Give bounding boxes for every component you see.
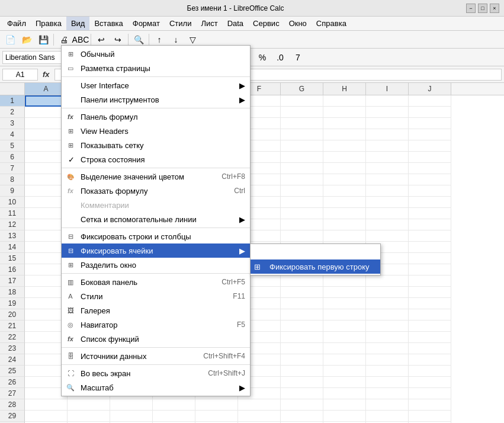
cell[interactable] bbox=[409, 332, 451, 343]
cell[interactable] bbox=[281, 321, 323, 332]
cell[interactable] bbox=[110, 399, 153, 411]
cell[interactable] bbox=[366, 208, 409, 219]
cell[interactable] bbox=[281, 388, 323, 399]
cell[interactable] bbox=[409, 411, 451, 422]
row-header-23[interactable]: 23 bbox=[0, 343, 25, 354]
cell[interactable] bbox=[281, 118, 323, 129]
cell[interactable] bbox=[281, 366, 323, 377]
row-header-6[interactable]: 6 bbox=[0, 152, 25, 163]
cell[interactable] bbox=[323, 354, 366, 366]
col-header-j[interactable]: J bbox=[409, 83, 451, 95]
cell[interactable] bbox=[281, 208, 323, 219]
cell[interactable] bbox=[366, 275, 409, 287]
cell[interactable] bbox=[366, 343, 409, 354]
cell[interactable] bbox=[366, 118, 409, 129]
cell[interactable] bbox=[281, 129, 323, 140]
menu-view[interactable]: Вид bbox=[66, 17, 90, 30]
cell[interactable] bbox=[409, 129, 451, 140]
col-header-g[interactable]: G bbox=[281, 83, 323, 95]
cell[interactable] bbox=[323, 388, 366, 399]
cell[interactable] bbox=[409, 309, 451, 321]
cell[interactable] bbox=[281, 174, 323, 185]
cell[interactable] bbox=[366, 298, 409, 309]
cell[interactable] bbox=[281, 343, 323, 354]
cell[interactable] bbox=[281, 107, 323, 118]
menu-file[interactable]: Файл bbox=[2, 17, 31, 30]
cell[interactable] bbox=[323, 332, 366, 343]
cell[interactable] bbox=[409, 230, 451, 242]
save-button[interactable]: 💾 bbox=[36, 32, 51, 47]
menu-item-gallery[interactable]: 🖼 Галерея bbox=[62, 303, 250, 318]
cell[interactable] bbox=[323, 219, 366, 230]
cell[interactable] bbox=[366, 95, 409, 107]
cell[interactable] bbox=[409, 388, 451, 399]
menu-item-data-sources[interactable]: 🗄 Источники данных Ctrl+Shift+F4 bbox=[62, 349, 250, 363]
row-header-3[interactable]: 3 bbox=[0, 118, 25, 129]
cell[interactable] bbox=[25, 411, 68, 422]
cell[interactable] bbox=[110, 411, 153, 422]
cell[interactable] bbox=[409, 185, 451, 197]
cell[interactable] bbox=[238, 399, 281, 411]
percent-button[interactable]: % bbox=[255, 50, 270, 65]
new-button[interactable]: 📄 bbox=[2, 32, 18, 47]
cell[interactable] bbox=[281, 197, 323, 208]
cell[interactable] bbox=[409, 321, 451, 332]
cell[interactable] bbox=[409, 118, 451, 129]
row-header-29[interactable]: 29 bbox=[0, 411, 25, 422]
menu-item-show-grid[interactable]: ⊞ Показывать сетку bbox=[62, 138, 250, 152]
menu-tools[interactable]: Сервис bbox=[248, 17, 284, 30]
cell[interactable] bbox=[323, 287, 366, 298]
cell[interactable] bbox=[323, 230, 366, 242]
row-header-20[interactable]: 20 bbox=[0, 309, 25, 321]
cell[interactable] bbox=[323, 174, 366, 185]
row-header-25[interactable]: 25 bbox=[0, 366, 25, 377]
row-header-12[interactable]: 12 bbox=[0, 219, 25, 230]
menu-item-zoom[interactable]: 🔍 Масштаб ▶ bbox=[62, 380, 250, 395]
decimal-add-button[interactable]: .0 bbox=[272, 50, 288, 65]
cell-ref-input[interactable] bbox=[2, 69, 38, 81]
cell[interactable] bbox=[323, 107, 366, 118]
cell[interactable] bbox=[323, 152, 366, 163]
cell[interactable] bbox=[323, 366, 366, 377]
cell[interactable] bbox=[409, 275, 451, 287]
row-header-14[interactable]: 14 bbox=[0, 242, 25, 253]
decimal-remove-button[interactable]: 7 bbox=[290, 50, 306, 65]
menu-item-fullscreen[interactable]: ⛶ Во весь экран Ctrl+Shift+J bbox=[62, 366, 250, 380]
cell[interactable] bbox=[409, 140, 451, 152]
row-header-18[interactable]: 18 bbox=[0, 287, 25, 298]
row-header-21[interactable]: 21 bbox=[0, 321, 25, 332]
cell[interactable] bbox=[323, 140, 366, 152]
row-header-17[interactable]: 17 bbox=[0, 275, 25, 287]
cell[interactable] bbox=[409, 242, 451, 253]
cell[interactable] bbox=[366, 377, 409, 388]
cell[interactable] bbox=[281, 152, 323, 163]
menu-item-user-interface[interactable]: User Interface ▶ bbox=[62, 78, 250, 92]
menu-item-show-formula[interactable]: fx Показать формулу Ctrl bbox=[62, 184, 250, 198]
cell[interactable] bbox=[409, 253, 451, 264]
row-header-28[interactable]: 28 bbox=[0, 399, 25, 411]
cell[interactable] bbox=[281, 411, 323, 422]
corner-cell[interactable] bbox=[0, 83, 25, 95]
menu-item-split-window[interactable]: ⊞ Разделить окно bbox=[62, 258, 250, 272]
cell[interactable] bbox=[409, 197, 451, 208]
row-header-19[interactable]: 19 bbox=[0, 298, 25, 309]
submenu-freeze-col[interactable]: ⊞ Фиксировать первый столбец bbox=[251, 245, 380, 259]
cell[interactable] bbox=[281, 354, 323, 366]
cell[interactable] bbox=[281, 309, 323, 321]
cell[interactable] bbox=[323, 377, 366, 388]
cell[interactable] bbox=[323, 343, 366, 354]
minimize-button[interactable]: − bbox=[466, 4, 476, 13]
col-header-i[interactable]: I bbox=[366, 83, 409, 95]
row-header-11[interactable]: 11 bbox=[0, 208, 25, 219]
cell[interactable] bbox=[238, 411, 281, 422]
cell[interactable] bbox=[366, 332, 409, 343]
cell[interactable] bbox=[366, 399, 409, 411]
cell[interactable] bbox=[25, 399, 68, 411]
menu-edit[interactable]: Правка bbox=[31, 17, 66, 30]
menu-item-formula-bar[interactable]: fx Панель формул bbox=[62, 110, 250, 124]
cell[interactable] bbox=[323, 185, 366, 197]
cell[interactable] bbox=[68, 411, 110, 422]
cell[interactable] bbox=[366, 230, 409, 242]
cell[interactable] bbox=[366, 287, 409, 298]
cell[interactable] bbox=[409, 208, 451, 219]
